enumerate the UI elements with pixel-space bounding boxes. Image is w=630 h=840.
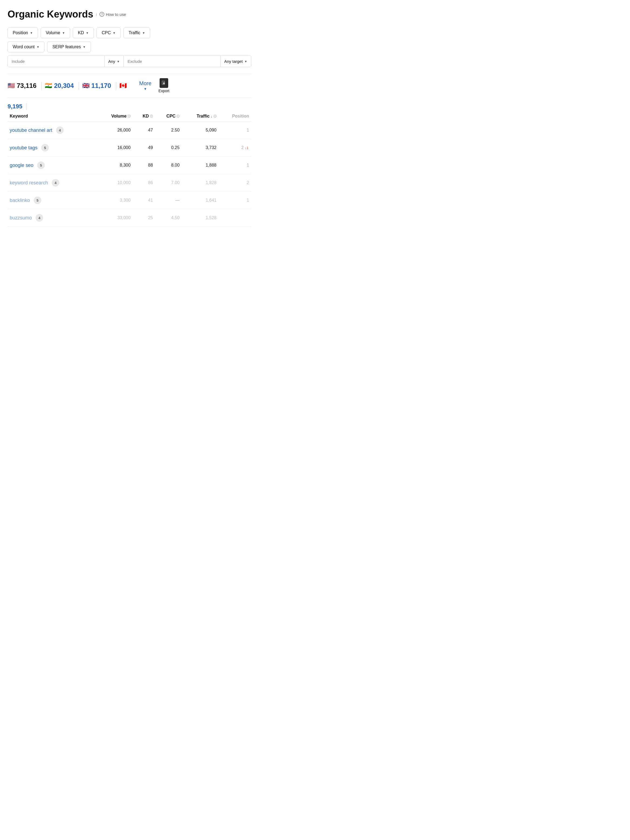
position-cell: 1 (219, 192, 251, 209)
traffic-cell: 1,888 (182, 156, 219, 174)
volume-cell: 10,000 (96, 174, 133, 192)
table-row: backlinko53,30041—1,6411 (8, 192, 251, 209)
info-icon: ⓘ (150, 114, 153, 118)
cpc-cell: 7.00 (155, 174, 182, 192)
col-header-position: Position (219, 110, 251, 122)
flag-gb: 🇬🇧 (82, 82, 90, 89)
chevron-down-icon: ▼ (37, 45, 39, 49)
col-header-volume[interactable]: Volume ⓘ (96, 110, 133, 122)
stat-in[interactable]: 🇮🇳 20,304 (45, 82, 79, 90)
keyword-badge: 5 (37, 161, 45, 169)
cpc-cell: 8.00 (155, 156, 182, 174)
col-header-traffic[interactable]: Traffic ↓ ⓘ (182, 110, 219, 122)
stats-row: 🇺🇸 73,116 🇮🇳 20,304 🇬🇧 11,170 🇨🇦 More ▼ (8, 74, 251, 98)
keyword-badge: 5 (34, 197, 41, 204)
stats-section: 🇺🇸 73,116 🇮🇳 20,304 🇬🇧 11,170 🇨🇦 More ▼ (8, 74, 251, 110)
stat-gb[interactable]: 🇬🇧 11,170 (82, 82, 116, 90)
stat-in-count: 20,304 (54, 82, 74, 90)
traffic-cell: 5,090 (182, 122, 219, 139)
chevron-down-icon: ▼ (86, 31, 89, 35)
filter-volume[interactable]: Volume ▼ (41, 27, 70, 38)
svg-rect-0 (162, 81, 165, 85)
more-arrow-icon: ▼ (144, 87, 147, 91)
exclude-input[interactable] (124, 56, 220, 67)
keyword-link[interactable]: keyword research (10, 180, 48, 186)
more-label: More (139, 81, 152, 87)
keyword-badge: 4 (52, 179, 59, 186)
chevron-down-icon: ▼ (83, 45, 86, 49)
info-icon: ⓘ (177, 114, 180, 118)
table-row: google seo58,300888.001,8881 (8, 156, 251, 174)
chevron-down-icon: ▼ (244, 60, 247, 63)
export-button[interactable]: Export (158, 78, 169, 93)
flag-ca: 🇨🇦 (119, 82, 127, 89)
chevron-down-icon: ▼ (113, 31, 116, 35)
any-dropdown[interactable]: Any ▼ (104, 56, 124, 67)
stat-us[interactable]: 🇺🇸 73,116 (8, 82, 41, 90)
title-info-icon[interactable]: i (96, 12, 97, 17)
info-icon: ⓘ (213, 114, 216, 118)
kd-cell: 25 (133, 209, 155, 227)
traffic-cell: 1,641 (182, 192, 219, 209)
position-cell (219, 209, 251, 227)
cpc-cell: 2.50 (155, 122, 182, 139)
stat-ca[interactable]: 🇨🇦 (119, 82, 131, 89)
chevron-down-icon: ▼ (30, 31, 33, 35)
kd-cell: 86 (133, 174, 155, 192)
filter-position[interactable]: Position ▼ (8, 27, 38, 38)
filter-traffic[interactable]: Traffic ▼ (123, 27, 150, 38)
traffic-cell: 1,828 (182, 174, 219, 192)
stat-gb-count: 11,170 (92, 82, 111, 90)
stats-second-row: 9,195 (8, 102, 251, 110)
col-header-cpc[interactable]: CPC ⓘ (155, 110, 182, 122)
table-row: buzzsumo433,000254.501,528 (8, 209, 251, 227)
keyword-badge: 4 (56, 126, 64, 134)
include-exclude-row: Any ▼ Any target ▼ (8, 55, 251, 67)
keyword-link[interactable]: buzzsumo (10, 215, 32, 221)
keyword-link[interactable]: backlinko (10, 197, 30, 203)
traffic-cell: 1,528 (182, 209, 219, 227)
keyword-link[interactable]: youtube tags (10, 145, 38, 151)
stat-second-count[interactable]: 9,195 (8, 103, 27, 110)
flag-us: 🇺🇸 (8, 82, 15, 89)
kd-cell: 41 (133, 192, 155, 209)
filter-row-1: Position ▼ Volume ▼ KD ▼ CPC ▼ Traffic ▼ (8, 27, 251, 38)
volume-cell: 16,000 (96, 139, 133, 156)
any-target-label: Any target (224, 59, 243, 64)
position-cell: 1 (219, 156, 251, 174)
cpc-cell: — (155, 192, 182, 209)
position-cell: 2 ↓1 (219, 139, 251, 156)
cpc-cell: 0.25 (155, 139, 182, 156)
traffic-cell: 3,732 (182, 139, 219, 156)
page-title: Organic Keywords (8, 9, 93, 20)
kd-cell: 47 (133, 122, 155, 139)
table-row: youtube tags516,000490.253,7322 ↓1 (8, 139, 251, 156)
filter-row-2: Word count ▼ SERP features ▼ (8, 41, 251, 52)
filter-word-count[interactable]: Word count ▼ (8, 41, 44, 52)
table-row: keyword research410,000867.001,8282 (8, 174, 251, 192)
table-row: youtube channel art426,000472.505,0901 (8, 122, 251, 139)
more-button[interactable]: More ▼ (135, 81, 156, 91)
keyword-link[interactable]: google seo (10, 163, 33, 168)
any-target-button[interactable]: Any target ▼ (220, 56, 251, 67)
position-cell: 2 (219, 174, 251, 192)
export-label: Export (158, 89, 169, 93)
filter-kd[interactable]: KD ▼ (73, 27, 94, 38)
info-icon: ⓘ (128, 114, 131, 118)
keywords-table: Keyword Volume ⓘ KD ⓘ CPC ⓘ (8, 110, 251, 227)
col-header-kd[interactable]: KD ⓘ (133, 110, 155, 122)
keyword-badge: 5 (41, 144, 49, 152)
cpc-cell: 4.50 (155, 209, 182, 227)
chevron-down-icon: ▼ (142, 31, 145, 35)
volume-cell: 26,000 (96, 122, 133, 139)
volume-cell: 33,000 (96, 209, 133, 227)
filter-cpc[interactable]: CPC ▼ (96, 27, 121, 38)
keyword-link[interactable]: youtube channel art (10, 128, 52, 133)
filter-serp-features[interactable]: SERP features ▼ (47, 41, 91, 52)
include-input[interactable] (8, 56, 104, 67)
any-label: Any (108, 59, 115, 64)
trend-down-icon: ↓1 (245, 146, 249, 150)
how-to-use-label: How to use (106, 12, 126, 17)
how-to-use-link[interactable]: ? How to use (99, 12, 126, 17)
keyword-badge: 4 (36, 214, 43, 222)
